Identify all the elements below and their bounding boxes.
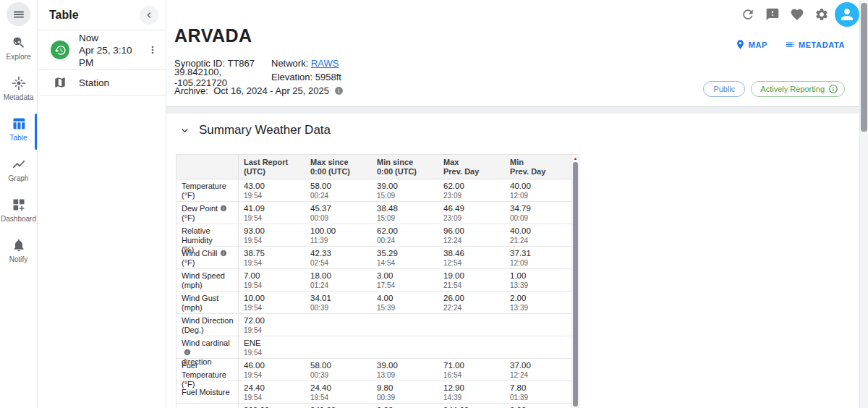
kebab-menu-icon	[147, 44, 158, 56]
table-drawer-panel: Table Now Apr 25, 3:10 PM Station	[38, 0, 166, 408]
data-cell	[305, 336, 372, 358]
variable-label: Temperature(°F)	[176, 179, 239, 201]
location-pin-icon	[735, 39, 746, 50]
metadata-button[interactable]: METADATA	[785, 39, 845, 50]
variable-label: Wind Speed(mph)	[176, 269, 239, 291]
station-item-label: Station	[79, 77, 161, 89]
variable-info-icon[interactable]	[184, 349, 191, 356]
station-metadata: Synoptic ID: TT867 Network: RAWS 39.8421…	[174, 56, 344, 98]
variable-info-icon[interactable]	[220, 205, 227, 212]
heart-icon	[790, 7, 804, 22]
sidebar-item-label: Notify	[9, 255, 28, 263]
variable-label: Relative Humidity(%)	[176, 224, 239, 246]
table-row: Wind Gust(mph)10.0019:5434.0100:394.0015…	[176, 292, 571, 314]
data-cell: ENE19:54	[239, 336, 305, 358]
settings-button[interactable]	[809, 2, 834, 27]
data-cell	[505, 314, 571, 336]
data-cell: 38.4612:54	[438, 247, 505, 268]
feedback-button[interactable]	[760, 2, 785, 27]
reporting-info-icon	[828, 84, 838, 94]
person-icon	[838, 6, 856, 23]
more-options-button[interactable]	[144, 41, 161, 59]
data-cell: 46.0019:54	[239, 359, 305, 381]
data-cell	[305, 314, 372, 336]
table-row: Wind Chill(°F)38.7519:5442.3302:5435.291…	[176, 247, 571, 269]
hamburger-icon	[12, 8, 25, 21]
metadata-icon	[12, 76, 26, 90]
data-cell: 3.0017:54	[372, 269, 438, 291]
scroll-up-arrow[interactable]: ▲	[572, 156, 579, 161]
data-cell: 40.0021:24	[505, 224, 571, 246]
account-avatar-button[interactable]	[835, 2, 859, 27]
data-cell: 2.0013:39	[505, 292, 571, 313]
summary-weather-table: Last Report(UTC)Max since0:00 (UTC)Min s…	[176, 154, 579, 408]
favorite-button[interactable]	[785, 2, 809, 27]
variable-info-icon[interactable]	[220, 250, 227, 257]
column-header: MinPrev. Day	[505, 155, 571, 179]
data-cell: 9.8000:39	[372, 381, 438, 403]
graph-icon	[12, 157, 26, 171]
station-list-item[interactable]: Station	[38, 70, 166, 95]
data-cell: 40.0012:09	[505, 179, 571, 201]
data-cell: 34.0100:39	[305, 292, 372, 313]
time-selector-text: Now Apr 25, 3:10 PM	[79, 32, 144, 69]
archive-info-icon[interactable]	[334, 86, 344, 95]
gear-icon	[814, 7, 829, 22]
data-cell: 38.7519:54	[239, 247, 305, 268]
data-cell: 41.0919:54	[239, 202, 305, 224]
map-button[interactable]: MAP	[735, 39, 767, 50]
main-content: ARVADA Synoptic ID: TT867 Network: RAWS …	[166, 0, 859, 408]
data-cell: 240.00	[305, 404, 372, 408]
data-cell: 12.9014:39	[438, 381, 505, 403]
data-cell: 100.0011:39	[305, 224, 372, 246]
refresh-button[interactable]	[736, 2, 760, 27]
summary-section-toggle[interactable]: Summary Weather Data	[179, 123, 331, 137]
list-icon	[785, 39, 796, 50]
collapse-panel-button[interactable]	[140, 6, 158, 25]
sidebar-item-notify[interactable]: Notify	[0, 234, 37, 275]
data-cell: 93.0019:54	[239, 224, 305, 246]
column-header: Max since0:00 (UTC)	[305, 155, 372, 179]
data-cell	[438, 336, 505, 358]
data-cell: 26.0022:24	[438, 292, 505, 313]
time-value: Apr 25, 3:10 PM	[79, 44, 144, 69]
chevron-down-icon	[179, 124, 191, 137]
summary-table-body: Temperature(°F)43.0019:5458.0000:2439.00…	[176, 179, 571, 408]
chevron-left-icon	[143, 9, 155, 21]
variable-label: Fuel Moisture	[176, 381, 239, 403]
variable-label: Wind cardinaldirection	[176, 336, 239, 358]
table-row: Relative Humidity(%)93.0019:54100.0011:3…	[176, 224, 571, 247]
sidebar-item-explore[interactable]: Explore	[0, 32, 37, 72]
table-scrollbar[interactable]: ▲	[571, 155, 579, 408]
table-row: Wind Direction(Deg.)72.0019:54	[176, 314, 571, 336]
sidebar-item-graph[interactable]: Graph	[0, 153, 37, 194]
sidebar-item-label: Metadata	[4, 93, 34, 101]
map-icon	[51, 76, 69, 89]
section-title: Summary Weather Data	[199, 123, 331, 137]
data-cell: 38.4815:09	[372, 202, 438, 224]
page-scrollbar[interactable]	[859, 0, 868, 408]
table-icon	[12, 116, 26, 131]
data-cell: 62.0000:24	[372, 224, 438, 246]
table-row: Wind cardinaldirectionENE19:54	[176, 336, 571, 359]
network-link[interactable]: RAWS	[311, 58, 339, 69]
table-row: Fuel Temperature(°F)46.0019:5458.0000:39…	[176, 359, 571, 381]
table-scrollbar-thumb[interactable]	[573, 162, 578, 407]
data-cell: 62.0023:09	[438, 179, 505, 201]
data-cell	[372, 314, 438, 336]
time-selector-item[interactable]: Now Apr 25, 3:10 PM	[38, 30, 166, 70]
data-cell: 58.0000:39	[305, 359, 372, 381]
page-scrollbar-thumb[interactable]	[861, 3, 867, 132]
sidebar-item-dashboard[interactable]: Dashboard	[0, 194, 37, 234]
public-badge[interactable]: Public	[703, 81, 745, 97]
data-cell: 46.4923:09	[438, 202, 505, 224]
actively-reporting-badge[interactable]: Actively Reporting	[751, 81, 845, 97]
data-cell: 18.0001:24	[305, 269, 372, 291]
bell-icon	[12, 238, 26, 252]
sidebar-item-metadata[interactable]: Metadata	[0, 72, 37, 113]
sidebar-item-table[interactable]: Table	[0, 113, 37, 153]
hamburger-menu-button[interactable]	[7, 2, 30, 26]
data-cell: 43.0019:54	[239, 179, 305, 201]
sidebar-item-label: Table	[10, 134, 27, 142]
variable-label: Wind Chill(°F)	[176, 247, 239, 268]
